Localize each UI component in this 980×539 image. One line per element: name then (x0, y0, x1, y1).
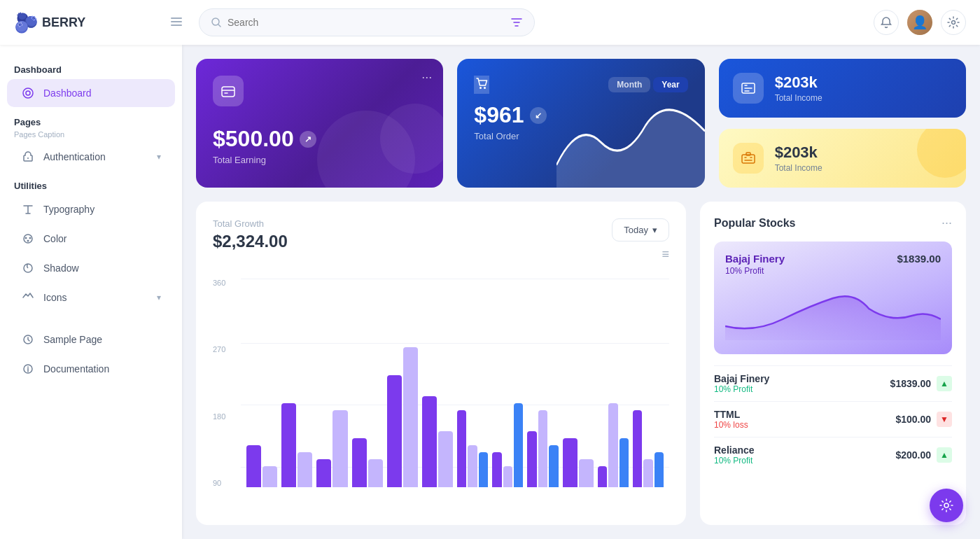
stock-reliance-name: Reliance (714, 444, 755, 456)
bar-group-11 (633, 410, 664, 487)
sidebar-item-sample-page[interactable]: Sample Page (7, 326, 175, 354)
pages-caption: Pages Caption (0, 130, 182, 141)
sidebar-group-dashboard: Dashboard (0, 56, 182, 78)
bar-purple-5 (422, 396, 437, 487)
bar-light-5 (438, 431, 453, 487)
year-toggle-button[interactable]: Year (653, 77, 687, 92)
chart-controls: Today ▾ ≡ (612, 218, 669, 267)
bar-group-0 (246, 445, 277, 487)
income-top-amount: $203k (775, 74, 822, 92)
order-down-arrow-icon: ↙ (530, 107, 547, 124)
stocks-header: Popular Stocks ··· (714, 216, 952, 230)
stock-featured-name: Bajaj Finery (725, 253, 785, 265)
sidebar-item-documentation[interactable]: Documentation (7, 355, 175, 383)
bar-group-6 (457, 410, 488, 487)
bar-purple-0 (246, 445, 261, 487)
stock-featured: Bajaj Finery 10% Profit $1839.00 (714, 241, 952, 354)
bar-light-2 (332, 410, 347, 487)
notifications-button[interactable] (874, 10, 899, 35)
chart-area: 360 270 180 90 (213, 279, 669, 508)
icons-icon (21, 290, 35, 304)
chart-bars (241, 279, 669, 487)
svg-point-11 (27, 240, 29, 242)
bar-group-5 (422, 396, 453, 487)
stock-featured-header: Bajaj Finery 10% Profit $1839.00 (725, 253, 941, 276)
bar-group-10 (598, 403, 629, 487)
chart-header: Total Growth $2,324.00 Today ▾ ≡ (213, 218, 669, 267)
stock-reliance-right: $200.00 ▲ (895, 447, 952, 463)
income-cards-column: $203k Total Income $203k (719, 59, 966, 188)
auth-chevron-icon: ▾ (157, 152, 161, 162)
sidebar-item-icons[interactable]: Icons ▾ (7, 284, 175, 312)
bar-group-2 (316, 410, 347, 487)
sidebar-item-dashboard-label: Dashboard (43, 88, 92, 99)
total-order-card: Month Year $961 ↙ Total Order (457, 59, 704, 188)
documentation-icon (21, 362, 35, 376)
stock-bajaj-profit: 10% Profit (714, 384, 769, 394)
stock-reliance-arrow-icon: ▲ (937, 447, 952, 463)
search-icon (211, 17, 222, 28)
bar-light-9 (579, 459, 594, 487)
search-filter-button[interactable] (510, 16, 523, 29)
chart-menu-icon[interactable]: ≡ (662, 247, 669, 262)
svg-point-5 (23, 88, 33, 98)
navbar-right: 👤 (874, 10, 966, 35)
order-wave-chart (556, 97, 705, 188)
bar-blue-7 (514, 403, 523, 487)
stocks-more-button[interactable]: ··· (941, 216, 952, 230)
sample-page-icon (21, 332, 35, 346)
icons-chevron-icon: ▾ (157, 293, 161, 302)
stock-bajaj-right: $1839.00 ▲ (890, 376, 952, 391)
income-top-icon (733, 73, 764, 104)
sidebar-item-typography[interactable]: Typography (7, 195, 175, 223)
svg-rect-15 (222, 87, 234, 97)
bar-light-0 (262, 466, 277, 487)
fab-button[interactable] (930, 489, 963, 522)
stock-featured-price: $1839.00 (897, 253, 941, 265)
sidebar-item-icons-label: Icons (43, 292, 66, 303)
chart-today-button[interactable]: Today ▾ (612, 218, 669, 241)
bar-light-8 (538, 410, 547, 487)
bottom-row: Total Growth $2,324.00 Today ▾ ≡ (196, 202, 966, 525)
svg-rect-2 (171, 24, 182, 26)
bar-blue-11 (654, 452, 664, 487)
sidebar-item-color[interactable]: Color (7, 225, 175, 253)
stock-bajaj-info: Bajaj Finery 10% Profit (714, 373, 769, 394)
sidebar-item-dashboard[interactable]: Dashboard (7, 79, 175, 107)
sidebar: Dashboard Dashboard Pages Pages Caption … (0, 45, 182, 539)
svg-rect-1 (171, 21, 182, 22)
y-label-90: 90 (213, 479, 225, 487)
stock-ttml-info: TTML 10% loss (714, 409, 748, 430)
stock-ttml-arrow-icon: ▼ (937, 412, 952, 427)
search-input[interactable] (227, 17, 505, 28)
chart-amount: $2,324.00 (213, 232, 288, 251)
typography-icon (21, 202, 35, 216)
bar-group-8 (527, 410, 558, 487)
stock-ttml-name: TTML (714, 409, 748, 420)
main-content: ··· $500.00 ↗ Total Earning (182, 45, 980, 539)
main-layout: Dashboard Dashboard Pages Pages Caption … (0, 45, 980, 539)
menu-toggle-button[interactable] (165, 10, 188, 35)
stock-reliance-profit: 10% Profit (714, 456, 755, 465)
bar-blue-6 (479, 452, 488, 487)
avatar[interactable]: 👤 (907, 10, 932, 35)
stock-reliance-price: $200.00 (895, 449, 931, 461)
avatar-image: 👤 (907, 10, 932, 35)
settings-button[interactable] (941, 10, 966, 35)
app-logo: 🫐 (14, 11, 36, 34)
sidebar-item-authentication[interactable]: Authentication ▾ (7, 143, 175, 171)
earning-card-dots[interactable]: ··· (421, 70, 432, 85)
bar-light-7 (503, 466, 512, 487)
stock-featured-info: Bajaj Finery 10% Profit (725, 253, 785, 276)
navbar: 🫐 BERRY 👤 (0, 0, 980, 45)
svg-point-21 (944, 503, 948, 507)
fab-settings-icon (939, 498, 954, 513)
month-toggle-button[interactable]: Month (608, 77, 650, 92)
sidebar-item-shadow[interactable]: Shadow (7, 254, 175, 282)
stock-bajaj-arrow-icon: ▲ (937, 376, 952, 391)
bar-purple-9 (563, 438, 578, 487)
bar-light-6 (468, 445, 477, 487)
sidebar-group-utilities: Utilities (0, 172, 182, 194)
order-card-header: Month Year (474, 76, 687, 94)
income-top-card: $203k Total Income (719, 59, 966, 118)
